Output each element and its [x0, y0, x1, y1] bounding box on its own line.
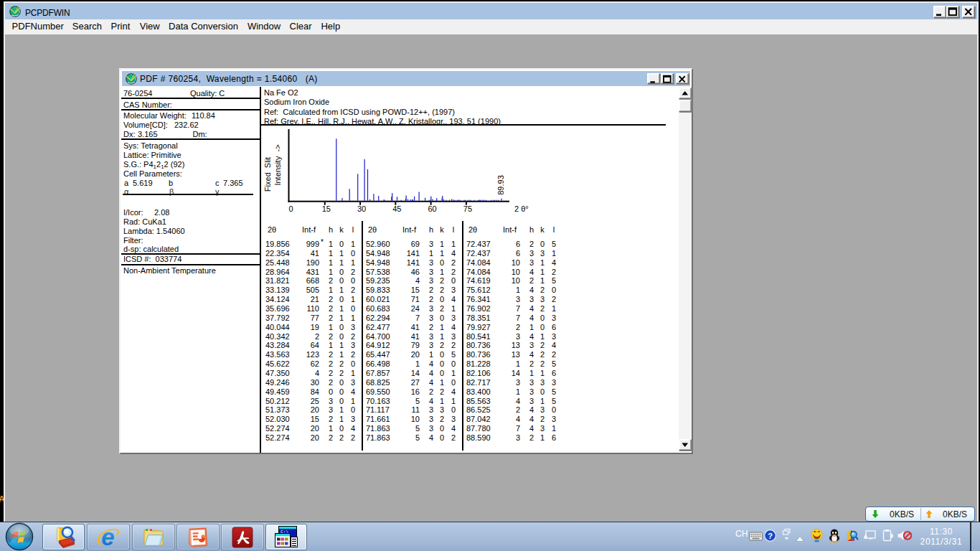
svg-text:?: ? [768, 532, 773, 540]
svg-text:e: e [101, 524, 114, 550]
